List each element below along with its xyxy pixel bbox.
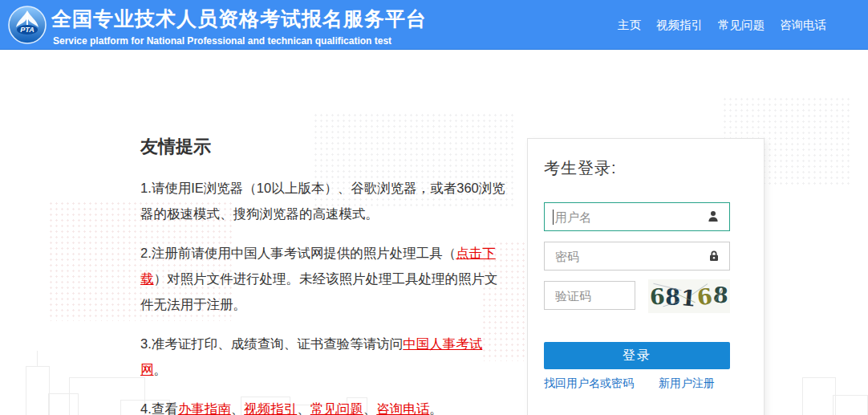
tip-4-sep: 、 bbox=[231, 401, 245, 415]
tip-4-text-post: 。 bbox=[429, 401, 443, 415]
tip-2-text-pre: 2.注册前请使用中国人事考试网提供的照片处理工具（ bbox=[140, 246, 456, 260]
tip-1-text: 1.请使用IE浏览器（10以上版本）、谷歌浏览器，或者360浏览器的极速模式、搜… bbox=[140, 181, 505, 221]
header: PTA 全国专业技术人员资格考试报名服务平台 Service platform … bbox=[0, 0, 868, 50]
password-input[interactable] bbox=[545, 242, 729, 270]
nav-home[interactable]: 主页 bbox=[618, 18, 641, 33]
captcha-row: 68168 bbox=[544, 281, 730, 313]
tip-2-text-post: ）对照片文件进行处理。未经该照片处理工具处理的照片文件无法用于注册。 bbox=[140, 271, 498, 311]
nav-faq[interactable]: 常见问题 bbox=[718, 18, 765, 33]
tip-4-sep: 、 bbox=[297, 401, 310, 415]
login-links: 找回用户名或密码 新用户注册 bbox=[544, 376, 730, 391]
skyline-building bbox=[26, 366, 50, 415]
username-input[interactable] bbox=[545, 203, 729, 230]
skyline-building bbox=[833, 395, 868, 415]
lock-icon bbox=[708, 250, 720, 262]
login-button[interactable]: 登录 bbox=[544, 342, 730, 369]
skyline-building bbox=[802, 377, 836, 415]
login-panel: 考生登录: bbox=[527, 138, 765, 415]
captcha-input[interactable] bbox=[545, 282, 635, 309]
svg-text:PTA: PTA bbox=[20, 26, 34, 34]
nav-video-guide[interactable]: 视频指引 bbox=[656, 18, 703, 33]
header-titles: 全国专业技术人员资格考试报名服务平台 Service platform for … bbox=[51, 6, 427, 47]
tip-4-text-pre: 4.查看 bbox=[140, 401, 178, 415]
login-title: 考生登录: bbox=[544, 157, 764, 179]
text-caret bbox=[553, 210, 554, 225]
tip-1: 1.请使用IE浏览器（10以上版本）、谷歌浏览器，或者360浏览器的极速模式、搜… bbox=[140, 175, 505, 226]
site-title: 全国专业技术人员资格考试报名服务平台 bbox=[51, 6, 427, 32]
tip-3-text-post: 。 bbox=[154, 362, 168, 376]
tip-2: 2.注册前请使用中国人事考试网提供的照片处理工具（点击下载）对照片文件进行处理。… bbox=[140, 240, 505, 317]
user-icon bbox=[706, 210, 720, 224]
tip-3: 3.准考证打印、成绩查询、证书查验等请访问中国人事考试网。 bbox=[140, 331, 505, 382]
forgot-credentials-link[interactable]: 找回用户名或密码 bbox=[544, 376, 634, 391]
captcha-image[interactable]: 68168 bbox=[648, 279, 730, 313]
skyline-antenna bbox=[37, 351, 38, 367]
password-field bbox=[544, 242, 730, 271]
nav-consult-phone[interactable]: 咨询电话 bbox=[780, 18, 826, 33]
tips-section: 友情提示 1.请使用IE浏览器（10以上版本）、谷歌浏览器，或者360浏览器的极… bbox=[140, 135, 505, 415]
header-nav: 主页 视频指引 常见问题 咨询电话 bbox=[618, 0, 826, 50]
faq-link[interactable]: 常见问题 bbox=[310, 401, 363, 415]
site-subtitle: Service platform for National Profession… bbox=[53, 35, 427, 47]
captcha-field bbox=[544, 281, 635, 310]
tip-4: 4.查看办事指南、视频指引、常见问题、咨询电话。 bbox=[140, 396, 505, 415]
page: PTA 全国专业技术人员资格考试报名服务平台 Service platform … bbox=[0, 0, 868, 415]
tip-3-text-pre: 3.准考证打印、成绩查询、证书查验等请访问 bbox=[140, 336, 403, 351]
tip-4-sep: 、 bbox=[363, 401, 377, 415]
tips-title: 友情提示 bbox=[140, 135, 505, 159]
register-link[interactable]: 新用户注册 bbox=[659, 376, 715, 391]
service-guide-link[interactable]: 办事指南 bbox=[178, 401, 231, 415]
pta-logo-icon: PTA bbox=[8, 6, 47, 44]
consult-phone-link[interactable]: 咨询电话 bbox=[376, 401, 429, 415]
username-field bbox=[544, 202, 730, 231]
video-guide-link[interactable]: 视频指引 bbox=[244, 401, 297, 415]
